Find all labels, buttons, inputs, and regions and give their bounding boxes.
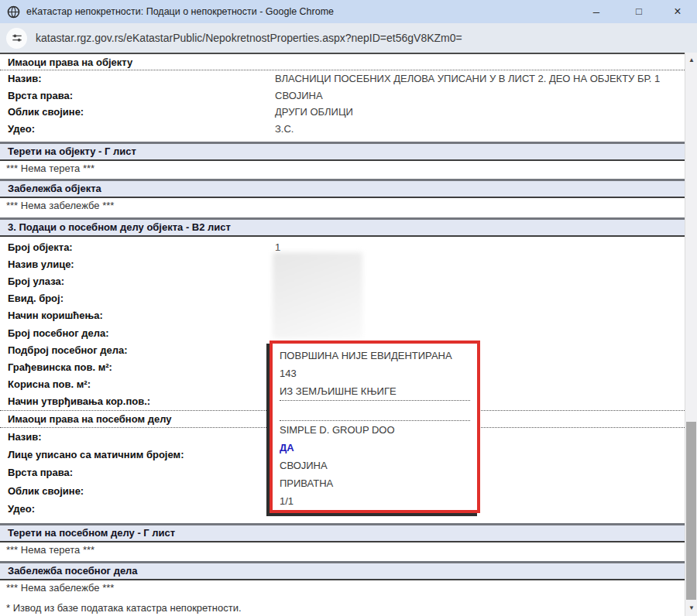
field-label: Број посебног дела:: [0, 327, 275, 339]
field-value: ВЛАСНИЦИ ПОСЕБНИХ ДЕЛОВА УПИСАНИ У В ЛИС…: [275, 73, 660, 84]
highlighted-value-yes: ДА: [280, 439, 477, 457]
field-label: Назив улице:: [0, 258, 275, 270]
window-title: еКатастар непокретности: Подаци о непокр…: [26, 6, 334, 17]
globe-icon: [7, 5, 20, 19]
field-value: ДРУГИ ОБЛИЦИ: [275, 106, 353, 118]
table-row: Облик својине: ДРУГИ ОБЛИЦИ: [0, 104, 685, 121]
field-label: Врста права:: [0, 467, 275, 478]
close-button[interactable]: ×: [662, 0, 693, 23]
vertical-scrollbar[interactable]: ▲ ▼: [685, 53, 697, 616]
section-object-burdens-header: Терети на објекту - Г лист: [0, 142, 685, 161]
section-object-note-header: Забележба објекта: [0, 179, 685, 198]
field-label: Начин коришћења:: [0, 310, 275, 321]
scroll-up-button[interactable]: ▲: [685, 54, 697, 67]
field-value: З.С.: [275, 123, 294, 135]
highlighted-value: ИЗ ЗЕМЉИШНЕ КЊИГЕ: [280, 382, 477, 400]
minimize-button[interactable]: –: [581, 0, 612, 23]
red-annotation-box: ПОВРШИНА НИЈЕ ЕВИДЕНТИРАНА 143 ИЗ ЗЕМЉИШ…: [270, 341, 480, 513]
field-label: Подброј посебног дела:: [0, 344, 275, 356]
highlighted-value: 143: [280, 364, 477, 382]
spacer: [280, 401, 477, 420]
redacted-blur-patch: [273, 252, 362, 339]
field-label: Удео:: [0, 123, 275, 135]
field-label: Назив:: [0, 73, 275, 84]
highlighted-value: 1/1: [280, 492, 477, 510]
footnote: * Извод из базе података катастра непокр…: [0, 601, 685, 616]
window-titlebar: еКатастар непокретности: Подаци о непокр…: [0, 0, 697, 24]
url-text[interactable]: katastar.rgz.gov.rs/eKatastarPublic/Nepo…: [36, 32, 462, 44]
field-label: Број објекта:: [0, 241, 275, 253]
scroll-down-button[interactable]: ▼: [685, 602, 697, 614]
table-row: Назив: ВЛАСНИЦИ ПОСЕБНИХ ДЕЛОВА УПИСАНИ …: [0, 70, 685, 87]
field-label: Лице уписано са матичним бројем:: [0, 449, 275, 460]
address-bar[interactable]: katastar.rgz.gov.rs/eKatastarPublic/Nepo…: [0, 23, 697, 53]
field-value: СВОЈИНА: [275, 90, 323, 101]
highlighted-value: ПОВРШИНА НИЈЕ ЕВИДЕНТИРАНА: [280, 347, 477, 364]
table-row: Удео: З.С.: [0, 121, 685, 138]
field-label: Број улаза:: [0, 275, 275, 287]
field-label: Врста права:: [0, 90, 275, 101]
scrollbar-thumb[interactable]: [686, 422, 696, 600]
empty-notice: *** Нема забележбе ***: [0, 198, 685, 214]
section-special-burdens-header: Терети на посебном делу - Г лист: [0, 523, 685, 542]
field-label: Евид. број:: [0, 293, 275, 304]
maximize-button[interactable]: □: [623, 0, 654, 23]
highlighted-value: SIMPLE D. GROUP DOO: [280, 421, 477, 439]
empty-notice: *** Нема терета ***: [0, 542, 685, 558]
field-label: Облик својине:: [0, 106, 275, 118]
site-settings-button[interactable]: [6, 28, 27, 49]
field-label: Корисна пов. м²:: [0, 378, 275, 390]
highlighted-value: ПРИВАТНА: [280, 474, 477, 492]
field-label: Назив:: [0, 431, 275, 443]
field-label: Облик својине:: [0, 485, 275, 497]
field-label: Грађевинска пов. м²:: [0, 361, 275, 373]
highlighted-value: СВОЈИНА: [280, 457, 477, 474]
empty-notice: *** Нема забележбе ***: [0, 580, 685, 596]
page-content: Имаоци права на објекту Назив: ВЛАСНИЦИ …: [0, 53, 685, 616]
empty-notice: *** Нема терета ***: [0, 161, 685, 176]
section-special-note-header: Забележба посебног дела: [0, 561, 685, 580]
field-label: Удео:: [0, 503, 275, 515]
section-special-part-header: 3. Подаци о посебном делу објекта - В2 л…: [0, 217, 685, 237]
field-label: Начин утврђивања кор.пов.:: [0, 395, 275, 407]
table-row: Врста права: СВОЈИНА: [0, 87, 685, 104]
field-value: 1: [275, 241, 280, 253]
section-object-holders-title: Имаоци права на објекту: [0, 53, 685, 70]
tune-icon: [12, 33, 22, 43]
